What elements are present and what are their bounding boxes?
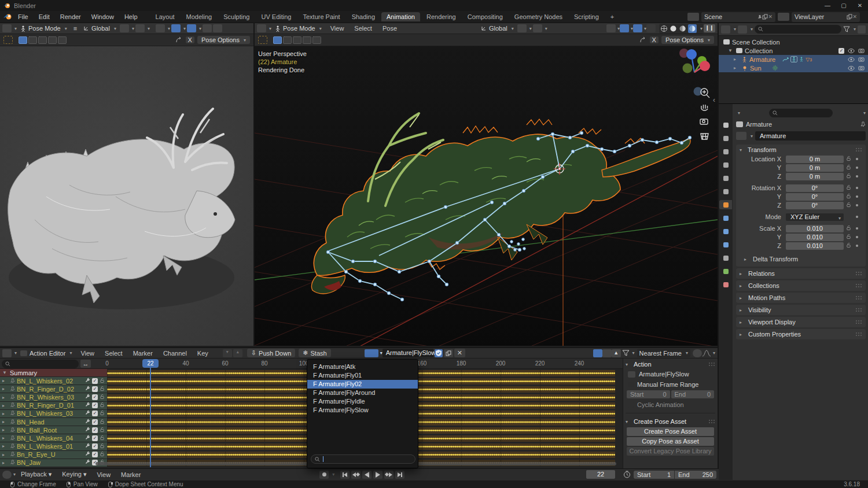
- lock-open-icon[interactable]: [100, 419, 105, 426]
- channel-enable-checkbox[interactable]: ✓: [92, 419, 98, 425]
- shading-wireframe-icon[interactable]: [213, 24, 222, 32]
- select-mode-tweak[interactable]: [273, 36, 282, 44]
- playhead-frame-badge[interactable]: 22: [142, 359, 159, 368]
- viewport-3d-left[interactable]: [0, 46, 253, 346]
- outliner-row-collection[interactable]: ▼ Collection ✓: [719, 46, 868, 55]
- editor-type-icon[interactable]: [2, 349, 12, 357]
- dope-menu-key[interactable]: Key: [192, 350, 214, 357]
- channel-name[interactable]: ▼Summary: [0, 369, 107, 376]
- timeline-menu-marker[interactable]: Marker: [116, 471, 146, 478]
- outliner-row-armature[interactable]: ▸ Armature ▽3: [719, 55, 868, 64]
- show-gizmo-icon[interactable]: [156, 24, 165, 32]
- channel-enable-checkbox[interactable]: ✓: [92, 378, 98, 384]
- select-mode-box[interactable]: [28, 36, 37, 44]
- scene-properties-tab[interactable]: [719, 173, 732, 183]
- animate-dot[interactable]: [856, 227, 858, 230]
- animate-dot[interactable]: [856, 236, 858, 238]
- modifiers-wrench-icon[interactable]: [84, 394, 90, 401]
- channel-enable-checkbox[interactable]: ✓: [92, 411, 98, 416]
- delta-transform-header[interactable]: ▸ Delta Transform: [736, 254, 866, 264]
- animate-dot[interactable]: [856, 216, 858, 218]
- channel-name[interactable]: ▸BN_Head✓: [0, 418, 107, 426]
- popup-search-input[interactable]: [311, 454, 415, 464]
- lock-open-icon[interactable]: [844, 184, 853, 191]
- hide-eye-icon[interactable]: [848, 57, 855, 62]
- action-item-f-armature-atk[interactable]: F Armature|Atk: [307, 363, 418, 371]
- rotation-mode-dropdown[interactable]: XYZ Euler ▾: [786, 213, 844, 221]
- editor-type-chevron[interactable]: ▾: [738, 110, 740, 116]
- value-field[interactable]: 0°: [786, 184, 844, 192]
- expand-icon[interactable]: ▸: [2, 452, 8, 457]
- stash-button[interactable]: ❄ Stash: [299, 349, 330, 357]
- lock-open-icon[interactable]: [844, 173, 853, 180]
- value-field[interactable]: 0°: [786, 193, 844, 201]
- workspace-tab-sculpting[interactable]: Sculpting: [218, 12, 255, 21]
- action-item-f-armature-flyslow[interactable]: F Armature|FlySlow: [307, 406, 418, 415]
- editor-mode-dropdown[interactable]: Action Editor▾: [18, 350, 74, 357]
- new-collection-icon[interactable]: [858, 25, 866, 34]
- dope-menu-channel[interactable]: Channel: [158, 350, 192, 357]
- expand-collapse-icon[interactable]: ↔: [80, 360, 91, 368]
- panel-grip-icon[interactable]: [855, 270, 862, 277]
- render-camera-icon[interactable]: [858, 57, 865, 62]
- outliner-editor-type-icon[interactable]: [721, 25, 730, 34]
- outliner-search-input[interactable]: [755, 25, 841, 34]
- jump-to-end-button[interactable]: [395, 471, 404, 479]
- proportional-edit-icon[interactable]: [693, 349, 702, 357]
- tool-properties-tab[interactable]: [719, 120, 732, 130]
- shading-wireframe-icon[interactable]: [660, 25, 668, 32]
- action-item-f-armature-fly02[interactable]: F Armature|Fly02: [307, 380, 418, 389]
- channel-name[interactable]: ▸BN_Ball_Root✓: [0, 426, 107, 434]
- animate-dot[interactable]: [856, 158, 858, 160]
- copy-icon[interactable]: [847, 14, 852, 20]
- move-up-icon[interactable]: ▴: [233, 349, 242, 357]
- snap-mode-dropdown[interactable]: Nearest Frame▾: [637, 349, 690, 357]
- manual-frame-range-checkbox[interactable]: [628, 382, 634, 387]
- errors-filter-icon[interactable]: ▲: [612, 349, 621, 357]
- overlays-toggle-icon[interactable]: [633, 24, 642, 32]
- hide-eye-icon[interactable]: [848, 66, 855, 71]
- create-pose-asset-button[interactable]: Create Pose Asset: [627, 427, 714, 436]
- panel-grip-icon[interactable]: [708, 361, 715, 368]
- orientation-dropdown-left[interactable]: Global ▾: [81, 25, 119, 32]
- collection-checkbox[interactable]: ✓: [838, 48, 844, 54]
- lock-open-icon[interactable]: [100, 427, 105, 434]
- render-properties-tab[interactable]: [719, 134, 732, 143]
- channel-name[interactable]: ▸BN_L_Whiskers_04✓: [0, 434, 107, 442]
- modifiers-wrench-icon[interactable]: [84, 443, 90, 450]
- lock-open-icon[interactable]: [100, 443, 105, 450]
- outliner-row-sun[interactable]: ▸ Sun: [719, 64, 868, 72]
- maximize-button[interactable]: ▢: [836, 2, 852, 9]
- select-mode-paint[interactable]: [58, 36, 67, 44]
- start-frame-field[interactable]: Start1: [634, 471, 674, 479]
- particles-properties-tab[interactable]: [719, 227, 732, 236]
- viewlayer-selector[interactable]: ViewLayer ✕: [792, 12, 860, 22]
- xray-toggle-icon[interactable]: [646, 24, 656, 32]
- animate-dot[interactable]: [856, 167, 858, 169]
- value-field[interactable]: 0 m: [786, 156, 844, 163]
- fake-user-shield-icon[interactable]: [435, 349, 443, 357]
- pin-icon[interactable]: [10, 427, 15, 434]
- start-frame-field[interactable]: Start0: [627, 390, 670, 398]
- outliner-display-mode-icon[interactable]: [738, 25, 747, 34]
- mode-dropdown-right[interactable]: Pose Mode ▾: [273, 25, 324, 32]
- workspace-tab-compositing[interactable]: Compositing: [462, 12, 508, 21]
- pin-icon[interactable]: [10, 419, 15, 426]
- action-item-f-armature-flyidle[interactable]: F Armature|FlyIdle: [307, 397, 418, 406]
- panel-grip-icon[interactable]: [855, 319, 862, 326]
- jump-to-start-button[interactable]: [340, 471, 350, 479]
- channel-enable-checkbox[interactable]: ✓: [92, 452, 98, 457]
- expand-icon[interactable]: ▸: [2, 460, 8, 465]
- data-properties-tab[interactable]: [719, 267, 732, 276]
- move-down-icon[interactable]: ▾: [223, 349, 232, 357]
- output-properties-tab[interactable]: [719, 147, 732, 156]
- pin-icon[interactable]: [10, 435, 15, 442]
- axis-x-toggle[interactable]: X: [650, 36, 659, 43]
- action-panel-header[interactable]: ▾ Action: [626, 360, 715, 369]
- minimize-button[interactable]: —: [819, 2, 836, 9]
- auto-keying-record-icon[interactable]: [319, 471, 329, 479]
- pin-icon[interactable]: [10, 378, 15, 385]
- modifiers-wrench-icon[interactable]: [84, 410, 90, 417]
- editor-type-icon[interactable]: [2, 24, 12, 32]
- gizmos-toggle-icon[interactable]: [171, 24, 181, 32]
